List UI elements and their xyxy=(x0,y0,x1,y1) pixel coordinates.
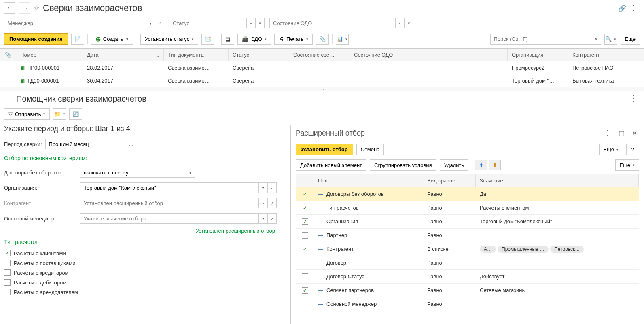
help-button[interactable]: ? xyxy=(626,144,639,155)
column-header[interactable]: Состояние све… xyxy=(289,49,350,61)
back-button[interactable]: 🡐 xyxy=(4,2,15,14)
star-icon[interactable]: ☆ xyxy=(33,4,40,13)
checkbox[interactable] xyxy=(302,287,308,294)
create-button[interactable]: ⊕Создать▼ xyxy=(91,34,133,45)
advanced-filter-dialog: Расширенный отбор ⋮ ▢ ✕ Установить отбор… xyxy=(290,125,644,324)
kebab-icon[interactable]: ⋮ xyxy=(630,94,640,104)
filter-row[interactable]: —Договор Равно xyxy=(296,256,639,270)
group-conditions-button[interactable]: Сгруппировать условия xyxy=(370,159,436,171)
filter-row[interactable]: —Контрагент В списке А…Промышленные …Пет… xyxy=(296,242,639,256)
kebab-icon[interactable]: ⋮ xyxy=(630,3,640,13)
cancel-button[interactable]: Отмена xyxy=(356,144,384,155)
delete-button[interactable]: Удалить xyxy=(440,159,469,171)
clear-icon[interactable]: × xyxy=(255,18,264,28)
column-header[interactable]: Организация xyxy=(508,49,568,61)
move-down-button[interactable]: ⬇ xyxy=(489,160,501,170)
header-filter[interactable]: ▾× xyxy=(169,18,265,28)
header-filter[interactable]: ▾× xyxy=(4,18,164,28)
org-select[interactable]: ▾↗ xyxy=(80,182,277,193)
clear-icon[interactable]: × xyxy=(155,18,164,28)
checkbox[interactable] xyxy=(4,260,11,266)
ellipsis-button[interactable]: … xyxy=(127,139,136,149)
checkbox[interactable] xyxy=(4,279,11,286)
clear-icon[interactable]: × xyxy=(592,34,601,44)
print-button[interactable]: 🖨Печать▾ xyxy=(274,34,313,45)
chevron-down-icon[interactable]: ▾ xyxy=(246,18,255,28)
report-icon[interactable]: 📊▾ xyxy=(336,34,349,45)
filter-row[interactable]: —Основной менеджер Равно xyxy=(296,297,639,311)
clear-icon[interactable]: × xyxy=(404,18,413,28)
kebab-icon[interactable]: ⋮ xyxy=(604,128,613,138)
search-button[interactable]: 🔍▾ xyxy=(604,34,617,45)
filter-row[interactable]: —Сегмент партнеров Равно Сетевые магазин… xyxy=(296,284,639,297)
splitter-handle[interactable] xyxy=(0,87,644,91)
advanced-filter-link[interactable]: Установлен расширенный отбор xyxy=(0,226,279,235)
contracts-select[interactable]: ▾ xyxy=(80,167,195,178)
assistant-create-button[interactable]: Помощник создания xyxy=(4,33,68,45)
checkbox[interactable] xyxy=(302,260,308,266)
checkbox[interactable] xyxy=(4,250,11,256)
manager-input[interactable]: ▾↗ xyxy=(80,213,277,224)
filter-column-header[interactable] xyxy=(296,174,314,187)
forward-button[interactable]: 🡒 xyxy=(19,2,30,14)
chevron-down-icon[interactable]: ▾ xyxy=(258,183,267,193)
filter-row[interactable]: —Партнер Равно xyxy=(296,229,639,242)
checkbox[interactable] xyxy=(302,273,308,280)
search-input[interactable]: × xyxy=(490,34,601,45)
send-button[interactable]: ▽Отправить▾ xyxy=(4,108,50,120)
column-header[interactable]: Статус xyxy=(229,49,289,61)
checkbox[interactable] xyxy=(302,191,308,197)
chevron-down-icon[interactable]: ▾ xyxy=(146,18,155,28)
column-header[interactable]: Номер xyxy=(16,49,83,61)
chevron-down-icon[interactable]: ▾ xyxy=(395,18,404,28)
new-window-icon[interactable]: 📄 xyxy=(71,34,84,45)
filter-column-header[interactable]: Поле xyxy=(314,174,423,187)
filter-row[interactable]: —Договоры без оборотов Равно Да xyxy=(296,187,639,201)
checkbox[interactable] xyxy=(302,301,308,307)
more-button[interactable]: Еще▾ xyxy=(599,144,623,155)
checkbox[interactable] xyxy=(302,218,308,225)
chevron-down-icon[interactable]: ▾ xyxy=(258,198,267,208)
folder-icon[interactable]: 📁▾ xyxy=(53,108,66,120)
checkbox[interactable] xyxy=(4,269,11,276)
more-button-2[interactable]: Еще▾ xyxy=(615,159,639,171)
set-status-button[interactable]: Установить статус▾ xyxy=(140,34,198,45)
apply-filter-button[interactable]: Установить отбор xyxy=(296,144,353,155)
chevron-down-icon[interactable]: ▾ xyxy=(258,214,267,223)
open-icon[interactable]: ↗ xyxy=(267,183,276,193)
copy-icon[interactable]: 📑 xyxy=(201,34,214,45)
more-button[interactable]: Еще xyxy=(621,34,640,45)
column-header[interactable]: Состояние ЭДО xyxy=(350,49,508,61)
compare-type: Равно xyxy=(423,285,476,296)
table-row[interactable]: ▣ТД00-000001 30.04.2017 Сверка взаимо… С… xyxy=(0,74,644,87)
column-header[interactable]: Контрагент xyxy=(568,49,644,61)
move-up-button[interactable]: ⬆ xyxy=(475,160,487,170)
refresh-icon[interactable]: 🔄 xyxy=(69,108,82,120)
checkbox[interactable] xyxy=(302,246,308,252)
maximize-icon[interactable]: ▢ xyxy=(616,128,626,138)
filter-column-header[interactable]: Вид сравне… xyxy=(423,174,476,187)
close-icon[interactable]: ✕ xyxy=(629,128,639,138)
column-header[interactable]: 📎 xyxy=(0,49,16,61)
header-filter[interactable]: ▾× xyxy=(269,18,413,28)
clip-icon[interactable]: 📎 xyxy=(316,34,329,45)
open-icon[interactable]: ↗ xyxy=(267,214,276,223)
column-header[interactable]: Дата ↓ xyxy=(83,49,164,61)
filter-row[interactable]: —Договор.Статус Равно Действует xyxy=(296,270,639,284)
link-icon[interactable]: 🔗 xyxy=(617,3,627,13)
open-icon[interactable]: ↗ xyxy=(267,198,276,208)
list-icon[interactable]: ▤ xyxy=(221,34,234,45)
edo-button[interactable]: 📠ЭДО▾ xyxy=(237,34,271,45)
checkbox[interactable] xyxy=(302,205,308,211)
chevron-down-icon[interactable]: ▾ xyxy=(186,167,195,177)
column-header[interactable]: Тип документа xyxy=(164,49,229,61)
checkbox[interactable] xyxy=(4,289,11,295)
contractor-input[interactable]: ▾↗ xyxy=(80,198,277,208)
add-element-button[interactable]: Добавить новый элемент xyxy=(296,159,366,171)
filter-row[interactable]: —Организация Равно Торговый дом "Комплек… xyxy=(296,215,639,229)
checkbox[interactable] xyxy=(302,232,308,239)
period-input[interactable]: … xyxy=(45,139,136,149)
filter-row[interactable]: —Тип расчетов Равно Расчеты с клиентом xyxy=(296,201,639,215)
table-row[interactable]: ▣ПР00-000001 28.02.2017 Сверка взаимо… С… xyxy=(0,61,644,74)
filter-column-header[interactable]: Значение xyxy=(476,174,639,187)
